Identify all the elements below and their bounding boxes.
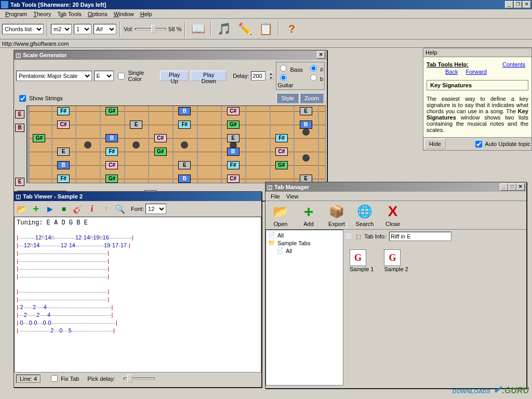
search-icon[interactable]: 🔍 bbox=[114, 203, 126, 215]
fret-note[interactable]: B bbox=[178, 107, 191, 115]
menu-window[interactable]: Window bbox=[111, 10, 137, 18]
fret-note[interactable]: F# bbox=[57, 107, 70, 115]
fret-note[interactable]: C# bbox=[275, 148, 288, 156]
fix-tab-checkbox[interactable]: Fix Tab bbox=[49, 374, 79, 383]
help-back-link[interactable]: Back bbox=[445, 69, 458, 75]
zoom-button[interactable]: Zoom bbox=[300, 93, 324, 103]
minimize-button[interactable]: _ bbox=[505, 1, 513, 8]
fret-note[interactable]: F# bbox=[105, 148, 118, 156]
fret-note[interactable]: F# bbox=[178, 121, 191, 129]
menu-help[interactable]: Help bbox=[137, 10, 155, 18]
tabs-icon[interactable]: 📋 bbox=[256, 20, 275, 38]
fret-note[interactable]: G# bbox=[105, 107, 118, 115]
tm-menu-file[interactable]: File bbox=[268, 192, 283, 201]
help-hide-button[interactable]: Hide bbox=[424, 139, 446, 149]
tm-minimize[interactable]: _ bbox=[500, 183, 508, 191]
scale-gen-titlebar[interactable]: ◫ Scale Generator ✕ bbox=[14, 50, 327, 60]
delay-up[interactable]: ▲ bbox=[268, 72, 274, 76]
fret-note[interactable]: B bbox=[178, 175, 191, 183]
fret-note[interactable]: C# bbox=[154, 134, 167, 142]
maximize-button[interactable]: ❐ bbox=[514, 1, 522, 8]
tm-close[interactable]: ✕ bbox=[516, 183, 525, 191]
fret-note[interactable]: G# bbox=[275, 161, 288, 169]
interval-dropdown[interactable]: m2 bbox=[51, 24, 72, 34]
delay-input[interactable] bbox=[251, 71, 265, 81]
help-forward-link[interactable]: Forward bbox=[466, 69, 487, 75]
show-strings-checkbox[interactable]: Show Strings bbox=[17, 94, 63, 103]
open-string-note[interactable]: E bbox=[15, 178, 24, 186]
help-icon[interactable]: ? bbox=[282, 20, 301, 38]
fret-note[interactable]: C# bbox=[227, 107, 240, 115]
tab-content[interactable]: Tuning: E A D G B E |---------12h14b----… bbox=[14, 217, 261, 373]
tm-menu-view[interactable]: View bbox=[283, 192, 302, 201]
tm-add-button[interactable]: +Add bbox=[296, 203, 322, 227]
radio-guitar[interactable]: Guitar bbox=[277, 73, 304, 88]
help-contents-link[interactable]: Contents bbox=[502, 61, 525, 68]
fret-note[interactable]: E bbox=[130, 121, 142, 129]
scale-gen-close[interactable]: ✕ bbox=[317, 51, 325, 59]
fret-note[interactable]: B bbox=[300, 121, 312, 129]
fret-note[interactable]: G# bbox=[33, 134, 45, 142]
fret-note[interactable]: B bbox=[105, 134, 118, 142]
tm-maximize[interactable]: □ bbox=[508, 183, 516, 191]
fret-note[interactable]: B bbox=[227, 148, 240, 156]
delay-down[interactable]: ▼ bbox=[268, 76, 274, 80]
play-icon[interactable]: ▶ bbox=[44, 203, 56, 215]
radio-sharp[interactable]: # bbox=[308, 63, 323, 73]
open-string-note[interactable]: B bbox=[15, 124, 24, 132]
menu-options[interactable]: Options bbox=[85, 10, 111, 18]
style-button[interactable]: Style bbox=[276, 93, 298, 103]
fret-note[interactable]: E bbox=[57, 148, 70, 156]
stop-icon[interactable]: ■ bbox=[58, 203, 70, 215]
tm-close-button[interactable]: XClose bbox=[380, 203, 406, 227]
view-large-icon[interactable]: ⬜ bbox=[345, 233, 353, 240]
view-small-icon[interactable]: ⬚ bbox=[356, 233, 361, 240]
fret-note[interactable]: F# bbox=[57, 175, 70, 183]
scale-dropdown[interactable]: Pentatonic Major Scale bbox=[16, 71, 92, 81]
pick-delay-slider[interactable] bbox=[124, 378, 155, 380]
fret-note[interactable]: G# bbox=[105, 175, 118, 183]
tab-manager-titlebar[interactable]: ◫ Tab Manager _ □ ✕ bbox=[265, 182, 526, 192]
up-icon[interactable]: ↑ bbox=[100, 203, 112, 215]
key-dropdown[interactable]: A# bbox=[94, 24, 116, 34]
play-up-button[interactable]: Play Up bbox=[160, 71, 189, 81]
info-icon[interactable]: i bbox=[86, 203, 98, 215]
tm-search-button[interactable]: 🌐Search bbox=[352, 203, 378, 227]
fret-note[interactable]: F# bbox=[275, 134, 288, 142]
chord-icon[interactable]: 🎵 bbox=[215, 20, 233, 38]
fret-note[interactable]: E bbox=[300, 107, 312, 115]
single-color-checkbox[interactable]: Single Color bbox=[116, 70, 157, 82]
menu-theory[interactable]: Theory bbox=[30, 10, 54, 18]
fret-note[interactable]: C# bbox=[227, 175, 240, 183]
menu-tabtools[interactable]: Tab Tools bbox=[54, 10, 84, 18]
font-size-dropdown[interactable]: 12 bbox=[145, 204, 166, 214]
fret-note[interactable]: G# bbox=[154, 148, 167, 156]
fret-note[interactable]: E bbox=[227, 134, 240, 142]
tree-all-sub[interactable]: 📄 All bbox=[267, 247, 342, 255]
fret-note[interactable]: C# bbox=[57, 121, 70, 129]
root-dropdown[interactable]: E bbox=[94, 71, 114, 81]
book-icon[interactable]: 📖 bbox=[189, 20, 207, 38]
radio-flat[interactable]: b bbox=[308, 73, 323, 88]
tab-item-sample2[interactable]: G Sample 2 bbox=[384, 249, 408, 272]
play-down-button[interactable]: Play Down bbox=[191, 71, 227, 81]
add-icon[interactable]: + bbox=[30, 203, 42, 215]
fret-note[interactable]: B bbox=[57, 161, 70, 169]
fret-note[interactable]: G# bbox=[227, 121, 240, 129]
tm-tree[interactable]: 📄 All 📁 Sample Tabs 📄 All bbox=[265, 230, 343, 385]
edit-icon[interactable]: ✏️ bbox=[235, 20, 254, 38]
volume-slider[interactable] bbox=[135, 28, 166, 30]
open-string-note[interactable]: E bbox=[15, 110, 24, 118]
fret-note[interactable]: C# bbox=[105, 161, 118, 169]
tm-open-button[interactable]: 📂Open bbox=[268, 203, 294, 227]
tab-viewer-titlebar[interactable]: ◫ Tab Viewer - Sample 2 bbox=[14, 192, 261, 201]
close-button[interactable]: ✕ bbox=[523, 1, 531, 8]
auto-update-checkbox[interactable]: Auto Update topic bbox=[473, 139, 530, 149]
fretboard[interactable]: F#C#G#EBF#G#BF#C#G#EC#G#BF#EBC#G#EBF#C#F… bbox=[26, 105, 326, 183]
tree-all[interactable]: 📄 All bbox=[267, 231, 342, 239]
fret-note[interactable]: E bbox=[178, 161, 191, 169]
open-icon[interactable]: 📂 bbox=[16, 203, 28, 215]
tab-info-input[interactable] bbox=[389, 232, 451, 241]
tm-export-button[interactable]: 📦Export bbox=[324, 203, 350, 227]
radio-bass[interactable]: Bass bbox=[277, 63, 304, 73]
